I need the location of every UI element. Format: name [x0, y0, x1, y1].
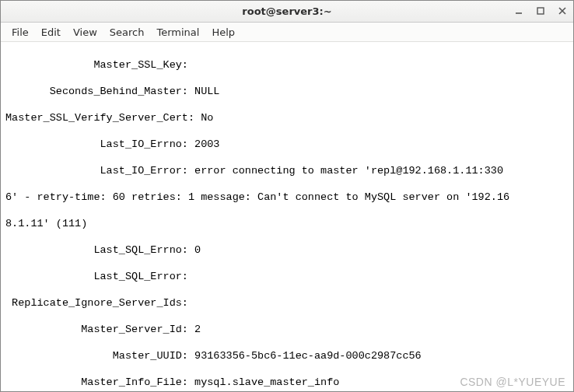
- output-line: Replicate_Ignore_Server_Ids:: [5, 296, 569, 310]
- watermark: CSDN @L*YUEYUE: [460, 376, 565, 388]
- output-line: Last_IO_Error: error connecting to maste…: [5, 164, 569, 177]
- output-line: Master_UUID: 93163356-5bc6-11ec-aa9d-000…: [5, 349, 569, 362]
- menu-edit[interactable]: Edit: [35, 24, 67, 40]
- close-button[interactable]: [555, 3, 570, 19]
- output-line: Master_SSL_Key:: [5, 58, 569, 72]
- output-line: Last_SQL_Errno: 0: [5, 243, 569, 257]
- output-line: Last_SQL_Error:: [5, 270, 569, 283]
- svg-rect-1: [537, 8, 544, 14]
- minimize-button[interactable]: [511, 3, 527, 19]
- output-line: Master_Server_Id: 2: [5, 323, 569, 336]
- menubar: File Edit View Search Terminal Help: [1, 23, 573, 42]
- window-title: root@server3:~: [242, 5, 331, 17]
- menu-help[interactable]: Help: [205, 24, 241, 40]
- output-line: 6' - retry-time: 60 retries: 1 message: …: [5, 191, 569, 204]
- window-titlebar: root@server3:~: [1, 1, 573, 23]
- menu-view[interactable]: View: [67, 24, 103, 40]
- output-line: Seconds_Behind_Master: NULL: [5, 85, 569, 98]
- menu-file[interactable]: File: [5, 24, 35, 40]
- menu-search[interactable]: Search: [103, 24, 151, 40]
- maximize-button[interactable]: [533, 3, 548, 19]
- terminal-output[interactable]: Master_SSL_Key: Seconds_Behind_Master: N…: [1, 42, 573, 392]
- output-line: 8.1.11' (111): [5, 217, 569, 230]
- menu-terminal[interactable]: Terminal: [150, 24, 205, 40]
- output-line: Last_IO_Errno: 2003: [5, 138, 569, 151]
- window-controls: [511, 3, 570, 19]
- output-line: Master_SSL_Verify_Server_Cert: No: [5, 111, 569, 124]
